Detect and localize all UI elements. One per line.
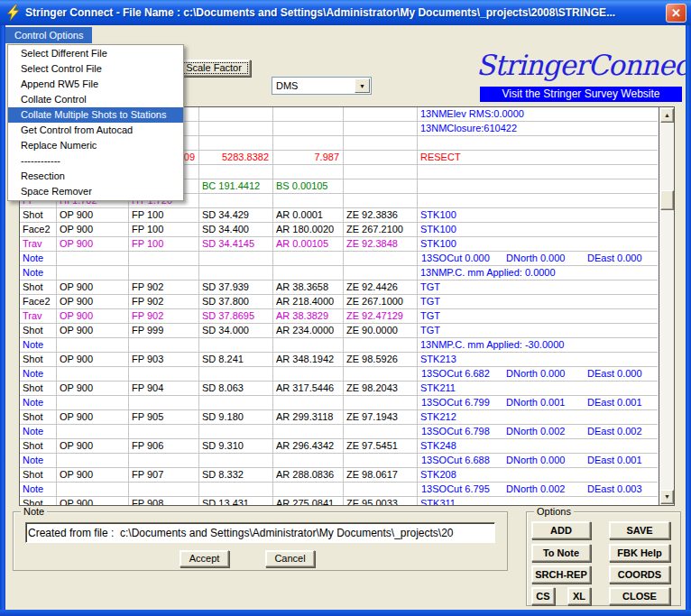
table-cell[interactable]: STK208 bbox=[418, 468, 658, 483]
table-cell[interactable] bbox=[418, 136, 658, 151]
table-cell[interactable]: 7.987 bbox=[273, 151, 344, 165]
table-cell[interactable]: Shot bbox=[20, 497, 57, 505]
table-cell[interactable] bbox=[273, 367, 344, 382]
cs-button[interactable]: CS bbox=[531, 587, 555, 605]
menu-item[interactable]: Select Different File bbox=[8, 46, 183, 61]
table-cell[interactable]: Trav bbox=[20, 309, 57, 324]
table-cell[interactable]: OP 900 bbox=[57, 280, 129, 295]
table-cell[interactable]: SD 34.4145 bbox=[199, 237, 273, 252]
table-cell[interactable]: Trav bbox=[20, 237, 57, 252]
table-cell[interactable] bbox=[344, 252, 418, 266]
table-cell[interactable]: 13NMClosure:610422 bbox=[418, 122, 658, 136]
table-row[interactable]: Note13SOCut 6.682DNorth 0.000DEast 0.000 bbox=[20, 367, 659, 382]
table-cell[interactable]: FP 902 bbox=[129, 280, 199, 295]
table-cell[interactable]: ZE 98.0617 bbox=[344, 468, 418, 483]
table-cell[interactable]: 13SOCut 6.798DNorth 0.002DEast 0.002 bbox=[418, 425, 658, 439]
table-cell[interactable]: FP 903 bbox=[129, 353, 199, 367]
table-cell[interactable]: 13SOCut 6.799DNorth 0.001DEast 0.001 bbox=[418, 396, 658, 410]
table-row[interactable]: Note13SOCut 6.798DNorth 0.002DEast 0.002 bbox=[20, 425, 659, 439]
table-cell[interactable]: Note bbox=[20, 252, 57, 266]
menu-item[interactable]: Replace Numeric bbox=[8, 138, 183, 153]
table-cell[interactable]: SD 34.429 bbox=[199, 208, 273, 223]
table-cell[interactable]: AR 299.3118 bbox=[273, 410, 344, 425]
table-row[interactable]: Face2OP 900FP 902SD 37.800AR 218.4000ZE … bbox=[20, 295, 659, 309]
table-cell[interactable] bbox=[199, 122, 273, 136]
table-cell[interactable]: Face2 bbox=[20, 295, 57, 309]
table-cell[interactable] bbox=[129, 338, 199, 353]
table-cell[interactable] bbox=[273, 252, 344, 266]
scroll-up-icon[interactable]: ▲ bbox=[660, 108, 674, 123]
table-cell[interactable] bbox=[199, 252, 273, 266]
table-cell[interactable]: SD 13.431 bbox=[199, 497, 273, 505]
table-cell[interactable]: SD 8.332 bbox=[199, 468, 273, 483]
table-cell[interactable] bbox=[273, 425, 344, 439]
table-cell[interactable]: BS 0.00105 bbox=[273, 179, 344, 194]
table-cell[interactable] bbox=[129, 367, 199, 382]
table-cell[interactable] bbox=[344, 107, 418, 122]
table-cell[interactable]: Note bbox=[20, 483, 57, 497]
table-cell[interactable]: Shot bbox=[20, 382, 57, 396]
table-row[interactable]: Note13NMP.C. mm Applied: -30.0000 bbox=[20, 338, 659, 353]
chevron-down-icon[interactable]: ▼ bbox=[355, 78, 370, 93]
to-note-button[interactable]: To Note bbox=[531, 544, 591, 562]
table-cell[interactable]: SD 34.000 bbox=[199, 324, 273, 338]
vertical-scrollbar[interactable]: ▲ ▼ bbox=[659, 107, 674, 505]
table-cell[interactable]: STK248 bbox=[418, 439, 658, 454]
table-cell[interactable] bbox=[129, 396, 199, 410]
table-cell[interactable] bbox=[273, 483, 344, 497]
table-cell[interactable] bbox=[129, 425, 199, 439]
table-cell[interactable]: AR 38.3829 bbox=[273, 309, 344, 324]
table-cell[interactable]: BC 191.4412 bbox=[199, 179, 273, 194]
table-cell[interactable]: FP 907 bbox=[129, 468, 199, 483]
table-cell[interactable]: Shot bbox=[20, 468, 57, 483]
table-cell[interactable] bbox=[344, 179, 418, 194]
table-cell[interactable]: SD 37.800 bbox=[199, 295, 273, 309]
table-cell[interactable]: STK311 bbox=[418, 497, 658, 505]
table-cell[interactable]: OP 900 bbox=[57, 497, 129, 505]
table-cell[interactable]: OP 900 bbox=[57, 237, 129, 252]
table-cell[interactable]: STK211 bbox=[418, 382, 658, 396]
table-cell[interactable] bbox=[344, 194, 418, 208]
table-cell[interactable]: OP 900 bbox=[57, 309, 129, 324]
table-cell[interactable]: STK100 bbox=[418, 223, 658, 237]
website-link-banner[interactable]: Visit the Stringer Survey Website bbox=[480, 87, 682, 102]
table-cell[interactable]: AR 0.00105 bbox=[273, 237, 344, 252]
menu-item[interactable]: Append RW5 File bbox=[8, 77, 183, 92]
table-cell[interactable]: ZE 95.0033 bbox=[344, 497, 418, 505]
angle-format-combobox[interactable]: DMS ▼ bbox=[272, 77, 372, 95]
table-cell[interactable]: Note bbox=[20, 367, 57, 382]
table-cell[interactable]: Face2 bbox=[20, 223, 57, 237]
table-cell[interactable]: SD 34.400 bbox=[199, 223, 273, 237]
table-cell[interactable] bbox=[344, 396, 418, 410]
table-cell[interactable] bbox=[199, 396, 273, 410]
table-cell[interactable]: ZE 92.3836 bbox=[344, 208, 418, 223]
table-cell[interactable]: ZE 92.4426 bbox=[344, 280, 418, 295]
table-cell[interactable] bbox=[344, 136, 418, 151]
table-cell[interactable]: ZE 92.3848 bbox=[344, 237, 418, 252]
table-cell[interactable]: SD 37.939 bbox=[199, 280, 273, 295]
table-cell[interactable] bbox=[57, 266, 129, 280]
table-cell[interactable]: 13SOCut 6.795DNorth 0.002DEast 0.003 bbox=[418, 483, 658, 497]
table-cell[interactable] bbox=[273, 454, 344, 468]
add-button[interactable]: ADD bbox=[531, 521, 591, 539]
table-cell[interactable] bbox=[344, 151, 418, 165]
table-cell[interactable] bbox=[418, 179, 658, 194]
scale-factor-button[interactable]: Scale Factor bbox=[177, 60, 251, 77]
table-cell[interactable]: Shot bbox=[20, 280, 57, 295]
table-cell[interactable]: TGT bbox=[418, 295, 658, 309]
table-cell[interactable]: OP 900 bbox=[57, 295, 129, 309]
coords-button[interactable]: COORDS bbox=[609, 565, 670, 584]
table-cell[interactable]: OP 900 bbox=[57, 223, 129, 237]
table-row[interactable]: ShotOP 900FP 999SD 34.000AR 234.0000ZE 9… bbox=[20, 324, 659, 338]
table-cell[interactable]: Shot bbox=[20, 208, 57, 223]
table-cell[interactable]: AR 218.4000 bbox=[273, 295, 344, 309]
table-row[interactable]: ShotOP 900FP 906SD 9.310AR 296.4342ZE 97… bbox=[20, 439, 659, 454]
table-cell[interactable] bbox=[57, 338, 129, 353]
table-cell[interactable]: AR 0.0001 bbox=[273, 208, 344, 223]
table-cell[interactable] bbox=[199, 165, 273, 179]
table-cell[interactable] bbox=[344, 266, 418, 280]
table-cell[interactable] bbox=[57, 367, 129, 382]
table-cell[interactable]: SD 9.180 bbox=[199, 410, 273, 425]
table-cell[interactable]: 13SOCut 6.682DNorth 0.000DEast 0.000 bbox=[418, 367, 658, 382]
table-cell[interactable]: ZE 98.2043 bbox=[344, 382, 418, 396]
